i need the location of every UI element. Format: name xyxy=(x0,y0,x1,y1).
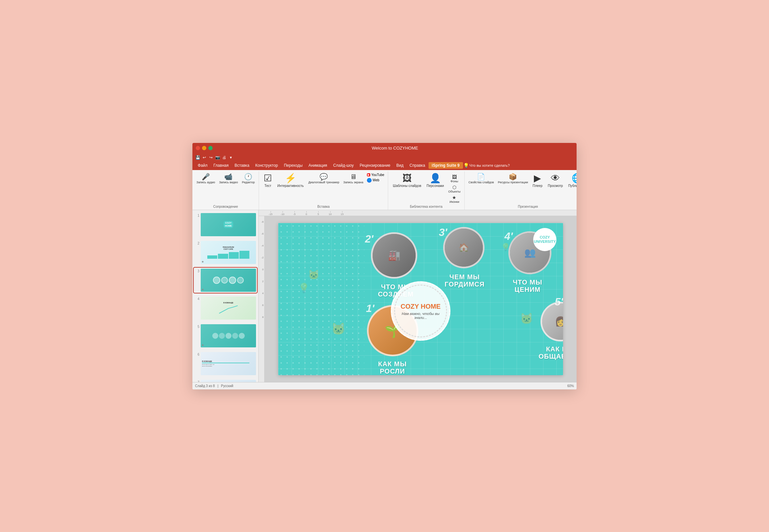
ribbon-group-library: 🖼 Шаблоны слайдов 👤 Персонажи 🖼 Фоны ⬡ О… xyxy=(388,171,464,210)
num-4: 4' xyxy=(504,230,513,243)
presentation-resources-button[interactable]: 📦 Ресурсы презентации xyxy=(496,173,529,185)
youtube-web-group: ▶ YouTube 🌐 Web xyxy=(366,173,385,183)
thumb-7-content: В КОМАНДЕ lorem ipsum dolor sit xyxy=(201,380,256,382)
thumb-4-content: В КОМАНДЕ xyxy=(201,296,256,320)
menu-animation[interactable]: Анимация xyxy=(306,162,330,169)
minimize-button[interactable] xyxy=(202,146,206,150)
characters-button[interactable]: 👤 Персонажи xyxy=(425,173,446,189)
slide-canvas[interactable]: 🏭 🏠 👥 xyxy=(265,216,576,382)
slide-thumb-1[interactable]: COZYHOME xyxy=(201,213,256,236)
slide-num-1: 1 xyxy=(195,213,200,217)
objects-button[interactable]: ⬡ Объекты xyxy=(447,184,461,194)
ribbon-group-insert: ☑ Тест ⚡ Интерактивность 💬 Диалоговый тр… xyxy=(259,171,388,210)
ribbon-group-insert-label: Вставка xyxy=(262,204,385,210)
backgrounds-button[interactable]: 🖼 Фоны xyxy=(447,174,461,184)
icons-icon: ★ xyxy=(452,195,456,200)
menu-designer[interactable]: Конструктор xyxy=(253,162,281,169)
slide-item-7[interactable]: 7 В КОМАНДЕ lorem ipsum dolor sit xyxy=(194,379,257,382)
deco-lamp: 💡 xyxy=(298,283,310,293)
record-screen-button[interactable]: 🖥 Запись экрана xyxy=(342,173,365,185)
corner-logo-text: COZYUNIVERSITY xyxy=(534,235,556,243)
corner-logo: COZYUNIVERSITY xyxy=(533,228,556,251)
slide-properties-button[interactable]: 📄 Свойства слайдов xyxy=(467,173,495,185)
slide-thumb-5[interactable]: ★ xyxy=(201,324,256,347)
ruler-marks-h: -15 -10 -5 0 5 10 15 xyxy=(265,210,348,216)
slide-num-4: 4 xyxy=(195,296,200,301)
redo-icon[interactable]: ↪ xyxy=(208,155,214,160)
slide-props-icon: 📄 xyxy=(477,173,485,180)
slide-area-wrapper: -8 -6 -4 -2 0 2 4 6 8 xyxy=(259,216,576,382)
window-title: Welcom to COZYHOME xyxy=(217,146,573,151)
dots-pattern xyxy=(278,223,364,375)
publish-button[interactable]: 🌐 Публикация xyxy=(566,173,576,189)
publish-icon: 🌐 xyxy=(571,174,576,183)
record-audio-button[interactable]: 🎤 Запись аудио xyxy=(195,173,216,185)
youtube-icon: ▶ xyxy=(367,173,370,176)
maximize-button[interactable] xyxy=(208,146,213,150)
slide-num-5: 5 xyxy=(195,324,200,329)
thumb-5-content xyxy=(201,324,256,347)
templates-icon: 🖼 xyxy=(402,174,412,183)
more-icon[interactable]: ▾ xyxy=(228,155,234,160)
slide-thumb-2[interactable]: ПОКАЗАТЕЛИCOZY CAFE ★ xyxy=(201,241,256,264)
ribbon-group-media-label: Сопровождение xyxy=(195,204,256,210)
menu-home[interactable]: Главная xyxy=(211,162,232,169)
icons-button[interactable]: ★ Иконки xyxy=(447,195,461,204)
web-icon: 🌐 xyxy=(367,178,372,183)
menu-help[interactable]: Справка xyxy=(407,162,428,169)
camera-icon[interactable]: 📷 xyxy=(215,155,220,160)
label-what-we-proud: ЧЕМ МЫГОРДИМСЯ xyxy=(443,273,486,288)
slide-item-5[interactable]: 5 ★ xyxy=(194,323,257,348)
player-button[interactable]: ▶ Плеер xyxy=(530,173,544,189)
deco-lamp-2: 💡 xyxy=(501,243,510,251)
main-area: 1 COZYHOME 2 ПОКАЗАТЕЛИCOZY CAFE xyxy=(193,210,576,382)
slide-templates-button[interactable]: 🖼 Шаблоны слайдов xyxy=(391,173,423,189)
slide-thumb-4[interactable]: В КОМАНДЕ xyxy=(201,296,256,320)
undo-icon[interactable]: ↩ xyxy=(202,155,207,160)
slide-item-2[interactable]: 2 ПОКАЗАТЕЛИCOZY CAFE ★ xyxy=(194,240,257,265)
slide-panel[interactable]: 1 COZYHOME 2 ПОКАЗАТЕЛИCOZY CAFE xyxy=(193,210,259,382)
web-button[interactable]: 🌐 Web xyxy=(366,178,385,183)
dialog-trainer-button[interactable]: 💬 Диалоговый тренажер xyxy=(307,173,341,185)
record-video-button[interactable]: 📹 Запись видео xyxy=(218,173,239,185)
save-icon[interactable]: 💾 xyxy=(195,155,201,160)
thumb-6-content: В КОМАНДЕ lorem ipsum dolor sit amet con… xyxy=(201,352,256,375)
slide-item-6[interactable]: 6 В КОМАНДЕ lorem ipsum dolor sit amet c… xyxy=(194,351,257,376)
ruler-vertical: -8 -6 -4 -2 0 2 4 6 8 xyxy=(259,216,265,382)
editor-button[interactable]: 🕐 Редактор xyxy=(241,173,256,185)
ribbon-group-insert-items: ☑ Тест ⚡ Интерактивность 💬 Диалоговый тр… xyxy=(262,173,385,204)
zoom-level: 60% xyxy=(567,384,574,388)
menu-slideshow[interactable]: Слайд-шоу xyxy=(331,162,356,169)
quick-access-toolbar: 💾 ↩ ↪ 📷 🖨 ▾ xyxy=(193,154,576,161)
menu-view[interactable]: Вид xyxy=(394,162,406,169)
slide-item-4[interactable]: 4 В КОМАНДЕ xyxy=(194,295,257,321)
slide-item-3[interactable]: 3 ★ xyxy=(194,268,257,293)
thumb-1-overlay: COZYHOME xyxy=(201,213,256,236)
test-button[interactable]: ☑ Тест xyxy=(262,173,274,189)
slide-item-1[interactable]: 1 COZYHOME xyxy=(194,212,257,237)
canvas-area: -15 -10 -5 0 5 10 15 -8 -6 -4 -2 0 2 xyxy=(259,210,576,382)
print-icon[interactable]: 🖨 xyxy=(222,155,227,160)
center-subtitle: Нам важно, чтобы вы знали... xyxy=(395,312,446,320)
slide-thumb-3[interactable]: ★ xyxy=(201,269,256,292)
menu-transitions[interactable]: Переходы xyxy=(281,162,305,169)
ribbon-group-library-items: 🖼 Шаблоны слайдов 👤 Персонажи 🖼 Фоны ⬡ О… xyxy=(391,173,461,204)
interactivity-button[interactable]: ⚡ Интерактивность xyxy=(275,173,306,189)
center-circle: COZY HOME Нам важно, чтобы вы знали... xyxy=(391,281,450,341)
youtube-button[interactable]: ▶ YouTube xyxy=(366,173,385,177)
window-controls xyxy=(196,146,213,150)
preview-button[interactable]: 👁 Просмотр xyxy=(546,173,565,189)
what-to-do-text[interactable]: Что вы хотите сделать? xyxy=(470,163,510,167)
num-5: 5' xyxy=(555,296,563,308)
menu-insert[interactable]: Вставка xyxy=(232,162,252,169)
slide-content: 🏭 🏠 👥 xyxy=(278,223,563,375)
menu-review[interactable]: Рецензирование xyxy=(357,162,393,169)
slide-thumb-6[interactable]: В КОМАНДЕ lorem ipsum dolor sit amet con… xyxy=(201,352,256,375)
circle-item-2: 🏠 xyxy=(443,227,484,268)
close-button[interactable] xyxy=(196,146,200,150)
slide-thumb-7[interactable]: В КОМАНДЕ lorem ipsum dolor sit xyxy=(201,380,256,382)
ribbon-group-media-items: 🎤 Запись аудио 📹 Запись видео 🕐 Редактор xyxy=(195,173,256,204)
menu-ispring[interactable]: iSpring Suite 9 xyxy=(429,162,463,169)
num-3: 3' xyxy=(439,226,447,239)
menu-file[interactable]: Файл xyxy=(195,162,210,169)
